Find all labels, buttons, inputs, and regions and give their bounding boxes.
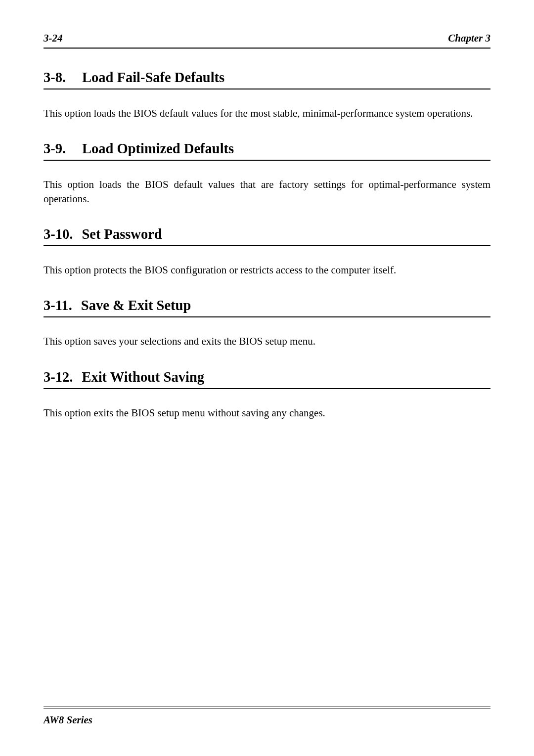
page-header: 3-24 Chapter 3	[44, 32, 490, 49]
page-number: 3-24	[44, 32, 63, 44]
section-body: This option loads the BIOS default value…	[44, 106, 490, 120]
section-number: 3-9.	[44, 141, 73, 157]
section-title: Save & Exit Setup	[81, 298, 191, 313]
section-heading: 3-10. Set Password	[44, 226, 490, 246]
section-number: 3-11.	[44, 298, 72, 313]
section-heading: 3-11. Save & Exit Setup	[44, 298, 490, 317]
page-footer: AW8 Series	[44, 707, 490, 726]
footer-rule	[44, 707, 490, 709]
section-heading: 3-9. Load Optimized Defaults	[44, 141, 490, 161]
section-number: 3-8.	[44, 70, 73, 86]
section-3-9: 3-9. Load Optimized Defaults This option…	[44, 141, 490, 206]
section-3-11: 3-11. Save & Exit Setup This option save…	[44, 298, 490, 348]
section-body: This option loads the BIOS default value…	[44, 178, 490, 206]
section-heading: 3-8. Load Fail-Safe Defaults	[44, 70, 490, 89]
section-3-10: 3-10. Set Password This option protects …	[44, 226, 490, 277]
section-title: Exit Without Saving	[82, 369, 204, 385]
section-title: Set Password	[82, 226, 162, 242]
section-number: 3-10.	[44, 226, 73, 242]
section-body: This option saves your selections and ex…	[44, 334, 490, 348]
section-body: This option exits the BIOS setup menu wi…	[44, 406, 490, 420]
footer-series: AW8 Series	[44, 711, 490, 726]
section-title: Load Fail-Safe Defaults	[82, 70, 224, 86]
section-3-8: 3-8. Load Fail-Safe Defaults This option…	[44, 70, 490, 120]
chapter-label: Chapter 3	[448, 32, 490, 44]
section-3-12: 3-12. Exit Without Saving This option ex…	[44, 369, 490, 420]
section-heading: 3-12. Exit Without Saving	[44, 369, 490, 389]
section-title: Load Optimized Defaults	[82, 141, 234, 157]
document-page: 3-24 Chapter 3 3-8. Load Fail-Safe Defau…	[0, 0, 534, 756]
header-rule	[44, 47, 490, 49]
section-number: 3-12.	[44, 369, 73, 385]
section-body: This option protects the BIOS configurat…	[44, 263, 490, 277]
